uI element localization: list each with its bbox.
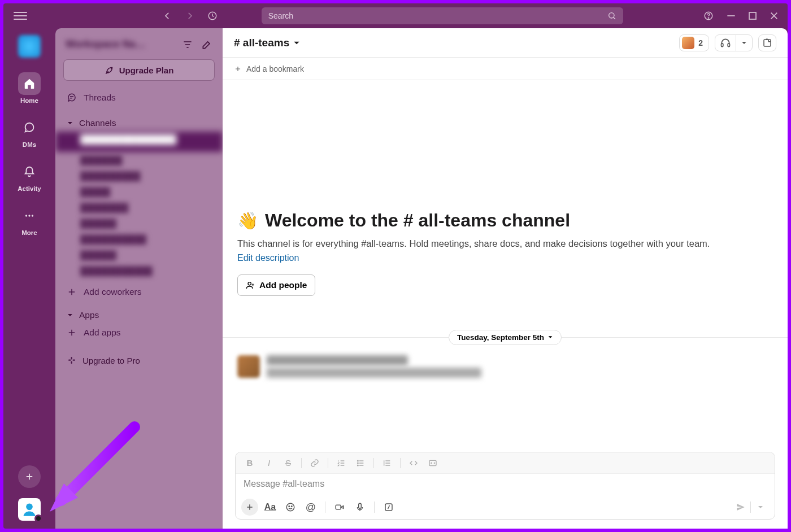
upgrade-plan-button[interactable]: Upgrade Plan [63,59,215,81]
bullet-list-button[interactable] [352,455,369,471]
code-button[interactable] [405,455,422,471]
svg-rect-11 [71,357,72,360]
chevron-down-icon [293,39,301,47]
channel-header: # all-teams 2 [223,28,788,58]
plus-icon [67,287,77,297]
channel-item[interactable]: ████████████ [55,263,223,278]
compose-icon[interactable] [201,39,212,50]
bold-button[interactable]: B [241,455,258,471]
svg-point-16 [248,282,251,285]
presence-indicator [34,514,42,522]
message-composer: B I S Message #all-teams [235,452,775,520]
search-box[interactable] [262,7,623,24]
channel-sidebar: Workspace Na… Upgrade Plan Threads Chann… [55,28,223,529]
svg-point-23 [292,506,293,507]
rail-activity[interactable]: Activity [3,156,55,197]
channel-item[interactable]: ██████████ [55,168,223,184]
add-coworkers-label: Add coworkers [84,287,142,297]
canvas-button[interactable] [758,34,776,51]
create-new-button[interactable] [18,465,41,488]
window-maximize-button[interactable] [748,11,757,20]
edit-description-link[interactable]: Edit description [237,253,299,263]
welcome-block: 👋 Welcome to the # all-teams channel Thi… [223,80,788,313]
ordered-list-button[interactable] [333,455,350,471]
send-options-button[interactable] [752,499,769,516]
channel-item[interactable]: ███████████ [55,231,223,247]
search-input[interactable] [268,11,607,20]
apps-section-toggle[interactable]: Apps [55,307,223,324]
history-back-button[interactable] [159,8,175,24]
apps-label: Apps [79,310,99,320]
video-button[interactable] [331,499,348,516]
emoji-button[interactable] [282,499,299,516]
main-content: # all-teams 2 [223,28,788,529]
rail-dms-label: DMs [23,141,36,148]
welcome-heading: 👋 Welcome to the # all-teams channel [237,210,773,231]
svg-point-19 [357,465,358,466]
workspace-switcher[interactable] [18,35,41,58]
rail-activity-label: Activity [18,185,41,192]
add-coworkers-item[interactable]: Add coworkers [55,283,223,301]
member-avatar [682,37,694,49]
rail-home[interactable]: Home [3,68,55,108]
window-close-button[interactable] [770,11,779,20]
shortcuts-button[interactable] [380,499,397,516]
rail-dms[interactable]: DMs [3,112,55,152]
add-bookmark-button[interactable]: Add a bookmark [223,58,788,80]
format-toggle-button[interactable]: Aa [262,499,279,516]
headphones-icon [720,37,731,49]
channel-title-button[interactable]: # all-teams [234,37,301,49]
channel-item[interactable]: █████ [55,184,223,199]
svg-point-1 [609,13,614,18]
channel-item-selected[interactable]: ████████████████ [55,132,223,152]
help-button[interactable] [701,8,716,24]
huddle-button[interactable] [715,34,753,51]
upgrade-to-pro-item[interactable]: Upgrade to Pro [55,351,223,370]
strikethrough-button[interactable]: S [280,455,297,471]
add-apps-label: Add apps [84,328,121,338]
channels-section-toggle[interactable]: Channels [55,115,223,132]
channel-item[interactable]: ██████ [55,215,223,231]
add-bookmark-label: Add a bookmark [246,64,304,73]
filter-icon[interactable] [182,39,193,50]
main-menu-button[interactable] [14,9,27,23]
add-people-button[interactable]: Add people [237,274,315,296]
channel-item[interactable]: ███████ [55,152,223,168]
composer-input[interactable]: Message #all-teams [236,474,775,495]
upgrade-plan-label: Upgrade Plan [119,66,174,75]
message-row[interactable] [223,353,788,380]
date-label: Tuesday, September 5th [457,333,544,342]
link-button[interactable] [306,455,323,471]
history-forward-button[interactable] [182,8,198,24]
window-minimize-button[interactable] [727,11,736,20]
mention-button[interactable]: @ [302,499,319,516]
workspace-name[interactable]: Workspace Na… [66,38,146,50]
rail-more[interactable]: More [3,200,55,241]
send-button[interactable] [732,499,749,516]
add-apps-item[interactable]: Add apps [55,324,223,342]
svg-rect-9 [68,360,71,361]
audio-button[interactable] [351,499,368,516]
date-jump-button[interactable]: Tuesday, September 5th [449,330,562,345]
svg-point-21 [286,503,294,511]
date-divider: Tuesday, September 5th [223,330,788,345]
italic-button[interactable]: I [260,455,277,471]
codeblock-button[interactable] [424,455,441,471]
blockquote-button[interactable] [379,455,395,471]
format-toolbar: B I S [236,452,775,474]
attach-button[interactable] [241,499,258,516]
user-avatar-button[interactable] [18,498,41,521]
threads-item[interactable]: Threads [55,89,223,107]
channel-members-button[interactable]: 2 [679,34,709,51]
svg-point-5 [25,215,27,216]
caret-down-icon [67,120,73,127]
rocket-icon [105,65,115,75]
svg-rect-12 [71,361,72,364]
channels-label: Channels [79,118,116,128]
history-button[interactable] [205,8,220,24]
chevron-down-icon [547,334,553,340]
channel-item[interactable]: ████████ [55,199,223,215]
channel-item[interactable]: ██████ [55,247,223,263]
svg-rect-14 [728,43,729,46]
threads-label: Threads [84,93,116,103]
